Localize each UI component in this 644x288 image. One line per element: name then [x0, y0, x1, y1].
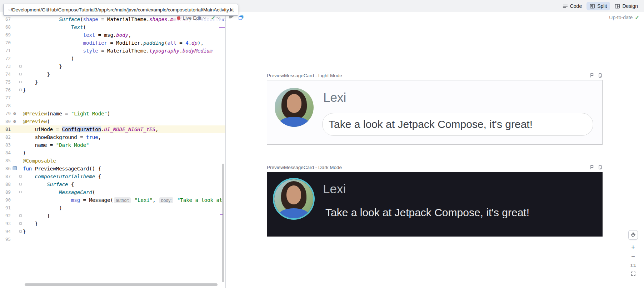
horizontal-scrollbar[interactable]: [25, 283, 218, 286]
code-line[interactable]: 87 ComposeTutorialTheme {: [0, 173, 225, 180]
fold-marker: [19, 94, 23, 102]
line-number: 88: [0, 180, 11, 188]
up-to-date-check-icon: ✓: [635, 14, 639, 21]
code-line[interactable]: 84): [0, 149, 225, 157]
fold-marker[interactable]: [19, 228, 23, 235]
code-line[interactable]: 94}: [0, 228, 225, 235]
gutter-icon-slot: [11, 212, 19, 220]
fold-marker: [19, 235, 23, 243]
zoom-stack: + − 1:1: [628, 243, 638, 279]
code-line[interactable]: 78: [0, 102, 225, 110]
android-studio-split-editor: CodeSplitDesign ~/Development/GitHub/Com…: [0, 0, 644, 288]
fold-marker[interactable]: [19, 78, 23, 86]
fold-marker[interactable]: [19, 86, 23, 94]
pan-button[interactable]: [628, 230, 638, 240]
fold-marker[interactable]: [19, 70, 23, 78]
gutter-icon-slot: [11, 39, 19, 47]
code-line[interactable]: 88 Surface {: [0, 180, 225, 188]
code-text: }: [23, 212, 225, 220]
code-line[interactable]: 79⚙@Preview(name = "Light Mode"): [0, 110, 225, 118]
code-line[interactable]: 68 Text(: [0, 23, 225, 31]
gutter-icon-slot: [11, 157, 19, 165]
code-line[interactable]: 75 }: [0, 78, 225, 86]
zoom-in-button[interactable]: +: [628, 243, 638, 252]
compose-preview-run-icon[interactable]: [11, 165, 19, 173]
code-line[interactable]: 83 name = "Dark Mode": [0, 141, 225, 149]
flag-icon[interactable]: [589, 165, 594, 170]
line-number: 92: [0, 212, 11, 220]
code-line[interactable]: 73 }: [0, 63, 225, 70]
line-number: 87: [0, 173, 11, 180]
code-line[interactable]: 71 style = MaterialTheme.typography.body…: [0, 47, 225, 55]
code-editor-pane[interactable]: 67 Surface(shape = MaterialTheme.shapes.…: [0, 12, 226, 288]
preview-settings-gear-icon[interactable]: ⚙: [11, 110, 19, 118]
code-line[interactable]: 91 ): [0, 204, 225, 212]
view-mode-split[interactable]: Split: [586, 2, 610, 10]
line-number: 67: [0, 15, 11, 23]
zoom-reset-button[interactable]: 1:1: [628, 261, 638, 270]
code-line[interactable]: 82 showBackground = true,: [0, 133, 225, 141]
line-number: 70: [0, 39, 11, 47]
code-editor-lines: 67 Surface(shape = MaterialTheme.shapes.…: [0, 15, 225, 243]
fold-marker[interactable]: [19, 212, 23, 220]
layers-icon[interactable]: [238, 15, 244, 20]
chevron-down-icon: [203, 16, 206, 19]
live-edit-label: Live Edit: [183, 15, 201, 21]
code-view-icon: [563, 4, 568, 9]
line-number: 84: [0, 149, 11, 157]
view-mode-design[interactable]: Design: [611, 2, 641, 10]
code-line[interactable]: 69 text = msg.body,: [0, 31, 225, 39]
live-edit-status-icon: [177, 16, 180, 20]
fold-marker: [19, 39, 23, 47]
fold-marker[interactable]: [19, 220, 23, 228]
zoom-fit-button[interactable]: [628, 270, 638, 279]
code-line[interactable]: 86fun PreviewMessageCard() {: [0, 165, 225, 173]
flag-icon[interactable]: [589, 73, 594, 78]
code-text: ): [23, 55, 225, 63]
deploy-device-icon[interactable]: [598, 165, 603, 170]
fold-marker: [19, 47, 23, 55]
fold-marker[interactable]: [19, 173, 23, 180]
code-line[interactable]: 92 }: [0, 212, 225, 220]
code-text: name = "Dark Mode": [23, 141, 225, 149]
code-line[interactable]: 77: [0, 94, 225, 102]
code-line[interactable]: 95: [0, 235, 225, 243]
zoom-out-button[interactable]: −: [628, 252, 638, 261]
code-text: }: [23, 228, 225, 235]
fold-marker[interactable]: [19, 188, 23, 196]
fold-marker: [19, 204, 23, 212]
vertical-scrollbar[interactable]: [222, 164, 224, 282]
line-number: 82: [0, 133, 11, 141]
avatar-lexi: [274, 179, 313, 218]
code-line[interactable]: 85@Composable: [0, 157, 225, 165]
code-text: [23, 235, 225, 243]
code-line[interactable]: 89 MessageCard(: [0, 188, 225, 196]
fold-marker[interactable]: [19, 63, 23, 70]
code-line[interactable]: 70 modifier = Modifier.padding(all = 4.d…: [0, 39, 225, 47]
code-line[interactable]: 90 msg = Message(author: "Lexi", body: "…: [0, 196, 225, 204]
gutter-icon-slot: [11, 149, 19, 157]
gutter-icon-slot: [11, 70, 19, 78]
fold-marker[interactable]: [19, 180, 23, 188]
code-text: }: [23, 70, 225, 78]
error-stripe-mark[interactable]: [219, 27, 225, 28]
code-line[interactable]: 72 ): [0, 55, 225, 63]
code-line[interactable]: 93 }: [0, 220, 225, 228]
code-line[interactable]: 80⚙@Preview(: [0, 118, 225, 125]
line-number: 73: [0, 63, 11, 70]
line-number: 93: [0, 220, 11, 228]
gutter-icon-slot: [11, 188, 19, 196]
deploy-device-icon[interactable]: [598, 73, 603, 78]
gutter-icon-slot: [11, 235, 19, 243]
code-line[interactable]: 74 }: [0, 70, 225, 78]
code-line[interactable]: 76}: [0, 86, 225, 94]
view-mode-code[interactable]: Code: [559, 2, 585, 10]
file-path-box[interactable]: ~/Development/GitHub/ComposeTutorial3/ap…: [3, 4, 238, 16]
preview-label-row: PreviewMessageCard - Dark Mode: [267, 164, 603, 170]
fold-marker: [19, 141, 23, 149]
live-edit-widget[interactable]: Live Edit: [177, 15, 206, 21]
message-author: Lexi: [323, 182, 346, 196]
fold-marker: [19, 118, 23, 125]
preview-settings-gear-icon[interactable]: ⚙: [11, 118, 19, 125]
code-line[interactable]: 81 uiMode = Configuration.UI_MODE_NIGHT_…: [0, 125, 225, 133]
